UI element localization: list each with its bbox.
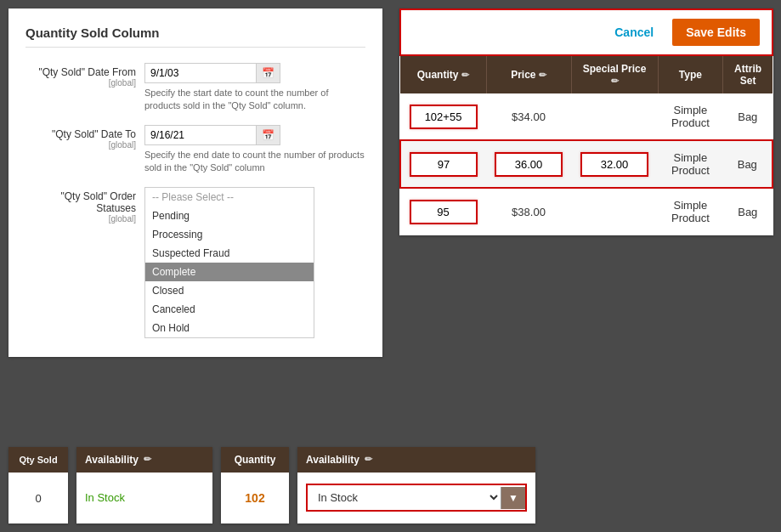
order-statuses-row: "Qty Sold" Order Statuses [global] -- Pl…: [25, 187, 365, 338]
availability-right-edit-icon: ✏: [365, 454, 372, 465]
order-statuses-control: -- Please Select -- Pending Processing S…: [144, 187, 365, 338]
date-from-calendar-btn[interactable]: 📅: [256, 64, 280, 82]
table-row: $38.00 Simple Product Bag: [400, 188, 773, 235]
date-from-input[interactable]: [145, 64, 256, 82]
quantity-small-body: 102: [221, 473, 289, 524]
status-processing[interactable]: Processing: [145, 225, 314, 244]
row3-quantity-input[interactable]: [410, 200, 478, 224]
table-row: $34.00 Simple Product Bag: [400, 93, 773, 140]
row2-type-cell: Simple Product: [658, 140, 722, 188]
date-to-input[interactable]: [145, 126, 256, 144]
date-to-row: "Qty Sold" Date To [global] 📅 Specify th…: [25, 125, 365, 175]
row2-price-input[interactable]: [495, 152, 563, 177]
row3-quantity-cell: [400, 188, 486, 235]
row2-price-cell: [486, 140, 571, 188]
table-row: Simple Product Bag: [400, 140, 773, 188]
panel-title: Quantity Sold Column: [25, 25, 365, 48]
col-quantity: Quantity ✏: [400, 56, 486, 93]
table-container: Quantity ✏ Price ✏ Special Price ✏ Type …: [399, 56, 773, 235]
quantity-edit-icon: ✏: [461, 70, 469, 80]
col-attrib-set: Attrib Set: [723, 56, 773, 93]
availability-right-header: Availability ✏: [297, 447, 535, 473]
bottom-section: Qty Sold 0 Availability ✏ In Stock Quant…: [8, 447, 773, 524]
availability-right-body: In Stock Out of Stock ▼: [297, 473, 535, 524]
date-to-input-wrap: 📅: [144, 125, 280, 145]
availability-right-panel: Availability ✏ In Stock Out of Stock ▼: [297, 447, 535, 524]
qty-sold-bottom-panel: Qty Sold 0: [8, 447, 68, 524]
price-edit-icon: ✏: [539, 70, 546, 80]
date-from-help: Specify the start date to count the numb…: [144, 87, 365, 113]
date-from-row: "Qty Sold" Date From [global] 📅 Specify …: [25, 63, 365, 113]
row1-attrib-cell: Bag: [723, 93, 773, 140]
col-type: Type: [658, 56, 722, 93]
status-complete[interactable]: Complete: [145, 263, 314, 281]
row3-type-cell: Simple Product: [658, 188, 722, 235]
quantity-small-panel: Quantity 102: [221, 447, 289, 524]
availability-left-panel: Availability ✏ In Stock: [76, 447, 212, 524]
status-closed[interactable]: Closed: [145, 281, 314, 300]
row3-attrib-cell: Bag: [723, 188, 773, 235]
cancel-button[interactable]: Cancel: [604, 20, 664, 44]
date-from-input-wrap: 📅: [144, 63, 280, 83]
availability-left-header: Availability ✏: [76, 447, 212, 473]
statuses-list: -- Please Select -- Pending Processing S…: [144, 187, 314, 338]
col-special-price: Special Price ✏: [571, 56, 658, 93]
right-panel: Cancel Save Edits Quantity ✏ Price ✏ Spe…: [399, 8, 773, 235]
qty-sold-panel: Quantity Sold Column "Qty Sold" Date Fro…: [8, 8, 382, 357]
row2-special-price-cell: [571, 140, 658, 188]
status-on-hold[interactable]: On Hold: [145, 319, 314, 337]
availability-left-value: In Stock: [85, 491, 125, 504]
availability-select-wrap: In Stock Out of Stock ▼: [306, 484, 527, 512]
status-suspected-fraud[interactable]: Suspected Fraud: [145, 244, 314, 263]
status-pending[interactable]: Pending: [145, 207, 314, 225]
row2-special-price-input[interactable]: [580, 152, 648, 177]
row2-quantity-input[interactable]: [410, 152, 478, 177]
date-from-control: 📅 Specify the start date to count the nu…: [144, 63, 365, 113]
order-statuses-label: "Qty Sold" Order Statuses [global]: [25, 187, 144, 224]
row2-quantity-cell: [400, 140, 486, 188]
date-to-label: "Qty Sold" Date To [global]: [25, 125, 144, 150]
row2-attrib-cell: Bag: [723, 140, 773, 188]
status-please-select[interactable]: -- Please Select --: [145, 188, 314, 207]
save-edits-button[interactable]: Save Edits: [672, 19, 760, 46]
qty-sold-header: Qty Sold: [8, 447, 68, 473]
row1-price-cell: $34.00: [486, 93, 571, 140]
availability-select[interactable]: In Stock Out of Stock: [308, 485, 501, 510]
row1-special-price-cell: [571, 93, 658, 140]
row3-price-cell: $38.00: [486, 188, 571, 235]
availability-left-body: In Stock: [76, 473, 212, 524]
row1-type-cell: Simple Product: [658, 93, 722, 140]
product-table: Quantity ✏ Price ✏ Special Price ✏ Type …: [399, 56, 773, 235]
row1-quantity-input[interactable]: [410, 105, 478, 129]
row3-special-price-cell: [571, 188, 658, 235]
date-to-calendar-btn[interactable]: 📅: [256, 126, 280, 144]
row1-quantity-cell: [400, 93, 486, 140]
availability-left-edit-icon: ✏: [144, 454, 151, 465]
table-header-row: Quantity ✏ Price ✏ Special Price ✏ Type …: [400, 56, 773, 93]
date-to-help: Specify the end date to count the number…: [144, 149, 365, 175]
status-canceled[interactable]: Canceled: [145, 300, 314, 319]
select-arrow-icon: ▼: [501, 487, 525, 509]
quantity-small-header: Quantity: [221, 447, 289, 473]
quantity-small-value: 102: [245, 491, 264, 505]
special-price-edit-icon: ✏: [611, 76, 619, 86]
qty-sold-value: 0: [8, 473, 68, 524]
date-to-control: 📅 Specify the end date to count the numb…: [144, 125, 365, 175]
date-from-label: "Qty Sold" Date From [global]: [25, 63, 144, 88]
action-bar: Cancel Save Edits: [399, 8, 773, 56]
col-price: Price ✏: [486, 56, 571, 93]
